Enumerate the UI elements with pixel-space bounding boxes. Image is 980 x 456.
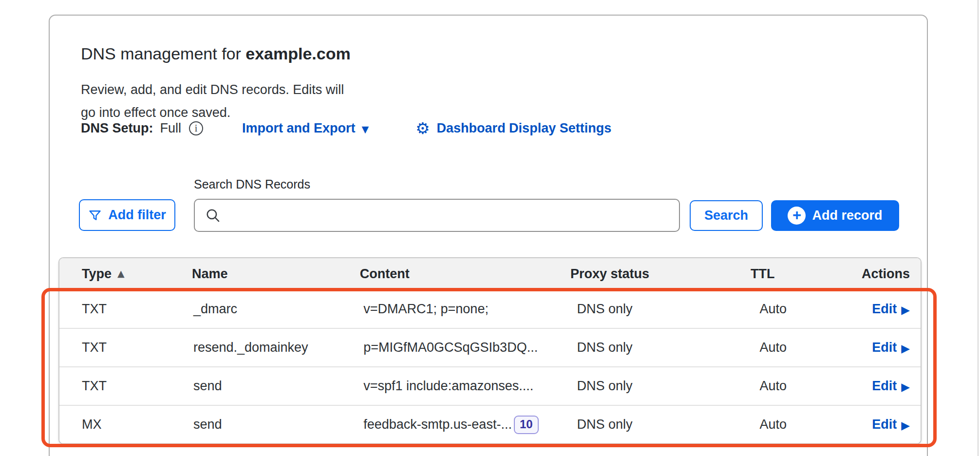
cell-content: v=spf1 include:amazonses.... xyxy=(363,379,577,394)
add-record-button[interactable]: + Add record xyxy=(771,200,899,231)
chevron-right-icon: ▶ xyxy=(901,304,910,316)
dashboard-display-settings-link[interactable]: Dashboard Display Settings xyxy=(437,121,612,136)
chevron-right-icon: ▶ xyxy=(901,419,910,432)
cell-ttl: Auto xyxy=(759,379,872,394)
cell-type: TXT xyxy=(59,340,193,355)
cell-name: resend._domainkey xyxy=(193,340,363,355)
search-label: Search DNS Records xyxy=(194,177,310,191)
import-export-group: Import and Export▼ xyxy=(242,118,369,138)
page-subtitle: Review, add, and edit DNS records. Edits… xyxy=(81,78,422,124)
cell-content: p=MIGfMA0GCSqGSIb3DQ... xyxy=(363,340,577,355)
cell-ttl: Auto xyxy=(759,302,872,317)
column-header-ttl[interactable]: TTL xyxy=(751,266,862,282)
dns-management-page: DNS management for example.com Review, a… xyxy=(0,0,980,456)
plus-circle-icon: + xyxy=(788,207,806,225)
search-button[interactable]: Search xyxy=(690,200,763,231)
search-input[interactable] xyxy=(194,199,680,232)
dns-setup-group: DNS Setup: Full i xyxy=(81,118,203,138)
cell-name: send xyxy=(193,417,363,432)
dns-records-table: Type▲ Name Content Proxy status TTL Acti… xyxy=(58,257,922,444)
cell-name: send xyxy=(193,379,363,394)
chevron-down-icon: ▼ xyxy=(362,124,369,134)
edit-record-link[interactable]: Edit▶ xyxy=(872,379,910,394)
column-header-proxy-status[interactable]: Proxy status xyxy=(570,266,751,282)
cell-ttl: Auto xyxy=(759,340,872,355)
column-header-content[interactable]: Content xyxy=(360,266,570,282)
cell-type: MX xyxy=(59,417,193,432)
mx-priority-badge: 10 xyxy=(514,416,539,434)
cell-content: feedback-smtp.us-east-...10 xyxy=(363,416,577,434)
cell-proxy-status: DNS only xyxy=(577,379,759,394)
table-row-spf: TXT send v=spf1 include:amazonses.... DN… xyxy=(59,366,921,405)
cell-content: v=DMARC1; p=none; xyxy=(363,302,577,317)
page-title-domain: example.com xyxy=(245,44,350,63)
cell-name: _dmarc xyxy=(193,302,363,317)
edit-record-link[interactable]: Edit▶ xyxy=(872,302,910,317)
page-edge-divider xyxy=(978,0,979,456)
gear-icon: ⚙ xyxy=(415,120,430,136)
column-header-name[interactable]: Name xyxy=(192,266,360,282)
chevron-right-icon: ▶ xyxy=(901,342,910,355)
import-export-link[interactable]: Import and Export▼ xyxy=(242,121,369,136)
table-row-mx: MX send feedback-smtp.us-east-...10 DNS … xyxy=(59,405,921,443)
info-icon[interactable]: i xyxy=(189,121,203,135)
cell-proxy-status: DNS only xyxy=(577,302,759,317)
add-filter-button[interactable]: Add filter xyxy=(79,199,175,231)
edit-record-link[interactable]: Edit▶ xyxy=(872,340,910,355)
sort-ascending-icon: ▲ xyxy=(117,268,125,279)
table-header: Type▲ Name Content Proxy status TTL Acti… xyxy=(59,258,921,289)
column-header-type[interactable]: Type▲ xyxy=(59,266,192,282)
filter-funnel-icon xyxy=(88,209,102,222)
dashboard-settings-group: ⚙ Dashboard Display Settings xyxy=(415,118,611,138)
search-box xyxy=(194,199,680,232)
column-header-actions: Actions xyxy=(862,266,921,282)
cell-proxy-status: DNS only xyxy=(577,417,759,432)
table-row-domainkey: TXT resend._domainkey p=MIGfMA0GCSqGSIb3… xyxy=(59,328,921,366)
dns-setup-label: DNS Setup: xyxy=(81,121,153,136)
page-title-prefix: DNS management for xyxy=(81,44,245,63)
cell-type: TXT xyxy=(59,379,193,394)
edit-record-link[interactable]: Edit▶ xyxy=(872,417,910,432)
cell-ttl: Auto xyxy=(759,417,872,432)
dns-setup-value: Full xyxy=(160,121,182,136)
dns-setup-row: DNS Setup: Full i Import and Export▼ ⚙ D… xyxy=(0,118,980,138)
chevron-right-icon: ▶ xyxy=(901,380,910,393)
cell-type: TXT xyxy=(59,302,193,317)
cell-proxy-status: DNS only xyxy=(577,340,759,355)
table-row-dmarc: TXT _dmarc v=DMARC1; p=none; DNS only Au… xyxy=(59,289,921,328)
page-title: DNS management for example.com xyxy=(81,44,351,63)
